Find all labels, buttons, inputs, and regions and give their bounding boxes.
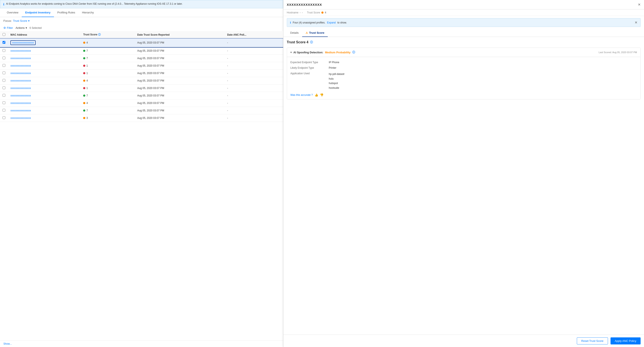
section-chevron-icon: ▾ <box>290 51 292 54</box>
score-number: 1 <box>86 64 88 67</box>
score-dot <box>83 95 85 97</box>
row-checkbox[interactable] <box>2 86 5 89</box>
table-row[interactable]: xxxxxxxxxxxxxxxx7Aug 05, 2020 03:07 PM- <box>0 107 283 114</box>
focus-value-text: Trust Score <box>13 19 27 23</box>
row-checkbox[interactable] <box>2 64 5 67</box>
row-checkbox[interactable] <box>2 41 5 44</box>
trust-score-cell: 7 <box>80 92 134 100</box>
feedback-link[interactable]: Was this accurate ? <box>290 94 313 97</box>
row-checkbox[interactable] <box>2 72 5 74</box>
trust-score-cell: 7 <box>80 107 134 114</box>
mac-link[interactable]: xxxxxxxxxxxxxxxx <box>10 64 31 67</box>
thumbs-down-icon[interactable]: 👎 <box>320 93 324 97</box>
date-anc-cell: - <box>224 55 283 62</box>
apply-anc-policy-button[interactable]: Apply ANC Policy <box>610 337 640 344</box>
table-row[interactable]: xxxxxxxxxxxxxxxx7Aug 05, 2020 03:07 PM- <box>0 92 283 100</box>
unassigned-left: ℹ Four (4) unassigned profiles. Expand t… <box>290 21 347 24</box>
trust-score-cell: 1 <box>80 62 134 70</box>
row-checkbox[interactable] <box>2 49 5 52</box>
actions-dropdown[interactable]: Actions ▾ <box>16 26 27 30</box>
mac-link[interactable]: xxxxxxxxxxxxxxxx <box>10 57 31 60</box>
trust-score-info-icon[interactable]: ⓘ <box>98 33 101 36</box>
tab-details[interactable]: Details <box>287 29 302 37</box>
row-checkbox[interactable] <box>2 109 5 112</box>
tab-trust-score-label: Trust Score <box>309 31 324 34</box>
filter-button[interactable]: ⚙ Filter <box>4 26 13 30</box>
application-used-values: hp-pdl-datastrhuluhubspothootsuite <box>329 72 344 90</box>
mac-link[interactable]: xxxxxxxxxxxxxxxx <box>10 102 31 105</box>
score-dot <box>83 117 85 119</box>
mac-link[interactable]: xxxxxxxxxxxxxxxx <box>10 79 31 82</box>
trust-score-cell: 3 <box>80 114 134 122</box>
table-row[interactable]: xxxxxxxxxxxxxxxx7Aug 05, 2020 03:07 PM- <box>0 55 283 62</box>
tab-profiling-rules[interactable]: Profiling Rules <box>54 8 79 17</box>
score-dot <box>83 65 85 67</box>
warning-icon: ⚠ <box>306 31 308 34</box>
tab-overview[interactable]: Overview <box>4 8 22 17</box>
row-checkbox[interactable] <box>2 116 5 119</box>
ai-section-info-icon[interactable]: ⓘ <box>352 50 355 54</box>
unassigned-banner-close[interactable]: ✕ <box>634 21 638 25</box>
expand-link[interactable]: Expand <box>327 21 336 24</box>
mac-link[interactable]: xxxxxxxxxxxxxxxx <box>10 72 31 75</box>
trust-score-heading-info-icon[interactable]: ⓘ <box>310 40 313 44</box>
row-checkbox[interactable] <box>2 57 5 59</box>
trust-score-cell: 7 <box>80 47 134 55</box>
close-button[interactable]: ✕ <box>638 3 640 7</box>
table-row[interactable]: xxxxxxxxxxxxxxxx7Aug 05, 2020 03:07 PM- <box>0 47 283 55</box>
date-trust-score-cell: Aug 05, 2020 03:07 PM <box>135 92 225 100</box>
date-trust-score-cell: Aug 05, 2020 03:07 PM <box>135 47 225 55</box>
score-number: 4 <box>86 102 88 105</box>
table-row[interactable]: xxxxxxxxxxxxxxxx1Aug 05, 2020 03:07 PM- <box>0 62 283 70</box>
select-all-header[interactable] <box>0 31 8 39</box>
application-used-label: Application Used <box>290 72 329 75</box>
tab-hierarchy[interactable]: Hierarchy <box>78 8 97 17</box>
mac-link[interactable]: xxxxxxxxxxxxxxxx <box>10 87 31 90</box>
row-checkbox[interactable] <box>2 101 5 104</box>
date-anc-cell: - <box>224 100 283 107</box>
trust-score-dot <box>321 12 324 14</box>
trust-score-meta-value: 4 <box>325 11 326 14</box>
show-more[interactable]: Show... <box>0 340 283 347</box>
row-checkbox-cell <box>0 55 8 62</box>
detail-row-likely: Likely Endpoint Type Printer <box>290 65 637 71</box>
section-header[interactable]: ▾ AI Spoofing Detection: Medium Probabil… <box>287 48 640 57</box>
trust-score-meta-label: Trust Score <box>307 11 320 14</box>
expected-endpoint-label: Expected Endpoint Type <box>290 61 329 64</box>
mac-link[interactable]: xxxxxxxxxxxxxxxx <box>10 94 31 97</box>
mac-address-cell: xxxxxxxxxxxxxxxx <box>8 107 80 114</box>
mac-link[interactable]: xxxxxxxxxxxxxxxx <box>10 117 31 120</box>
score-number: 7 <box>86 57 88 60</box>
hostname-meta: Hostname - - <box>287 11 303 14</box>
row-checkbox-cell <box>0 114 8 122</box>
mac-link[interactable]: xxxxxxxxxxxxxxxx <box>10 109 31 112</box>
table-row[interactable]: xxxxxxxxxxxxxxxx4Aug 05, 2020 03:07 PM- <box>0 100 283 107</box>
table-row[interactable]: xxxxxxxxxxxxxxxx3Aug 05, 2020 03:07 PM- <box>0 114 283 122</box>
table-body: xxxxxxxxxxxxxxxxx4Aug 05, 2020 03:07 PM-… <box>0 39 283 122</box>
mac-highlighted-link[interactable]: xxxxxxxxxxxxxxxxx <box>10 40 36 45</box>
row-checkbox[interactable] <box>2 79 5 82</box>
thumbs-up-icon[interactable]: 👍 <box>314 93 318 97</box>
table-row[interactable]: xxxxxxxxxxxxxxxx4Aug 05, 2020 03:07 PM- <box>0 77 283 85</box>
score-number: 7 <box>86 94 88 97</box>
score-number: 3 <box>86 117 88 120</box>
score-dot <box>83 102 85 104</box>
tab-endpoint-inventory[interactable]: Endpoint Inventory <box>22 8 54 17</box>
score-dot <box>83 110 85 112</box>
tab-trust-score[interactable]: ⚠ Trust Score <box>302 29 328 37</box>
filter-icon: ⚙ <box>4 26 6 30</box>
row-checkbox[interactable] <box>2 94 5 97</box>
select-all-checkbox[interactable] <box>2 33 5 36</box>
score-dot <box>83 87 85 89</box>
likely-endpoint-label: Likely Endpoint Type <box>290 66 329 69</box>
row-checkbox-cell <box>0 47 8 55</box>
expected-endpoint-value: IP Phone <box>329 61 339 64</box>
reset-trust-score-button[interactable]: Reset Trust Score <box>577 337 608 344</box>
mac-link[interactable]: xxxxxxxxxxxxxxxx <box>10 49 31 52</box>
focus-value-dropdown[interactable]: Trust Score ▾ <box>13 19 30 23</box>
to-show-text: to show. <box>337 21 347 24</box>
table-row[interactable]: xxxxxxxxxxxxxxxxx4Aug 05, 2020 03:07 PM- <box>0 39 283 47</box>
table-row[interactable]: xxxxxxxxxxxxxxxx1Aug 05, 2020 03:07 PM- <box>0 85 283 92</box>
panel-content: Trust Score 4 ⓘ ▾ AI Spoofing Detection:… <box>284 37 644 335</box>
table-row[interactable]: xxxxxxxxxxxxxxxx1Aug 05, 2020 03:07 PM- <box>0 70 283 77</box>
